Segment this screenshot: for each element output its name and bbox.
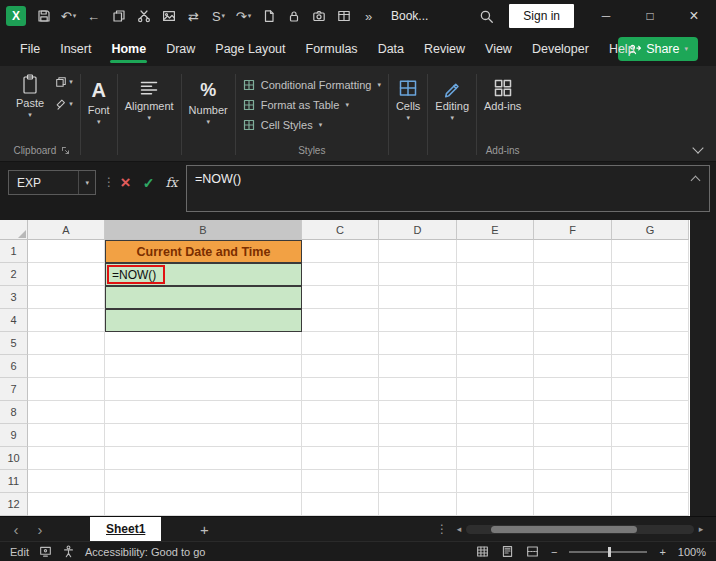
name-box[interactable]: EXP ▾ (8, 170, 96, 195)
menu-tab-file[interactable]: File (10, 32, 50, 66)
cell-C3[interactable] (302, 286, 379, 309)
styles-item-format-as-table[interactable]: Format as Table▾ (243, 99, 349, 111)
cell-F8[interactable] (534, 401, 612, 424)
copy-small-button[interactable]: ▾ (55, 76, 73, 88)
accessibility-checker-button[interactable] (62, 545, 75, 558)
swap-button[interactable]: ⇄ (181, 3, 206, 29)
cell-F7[interactable] (534, 378, 612, 401)
sheet-tab-sheet1[interactable]: Sheet1 (90, 517, 161, 542)
sheet-nav-left-icon[interactable]: ‹ (4, 517, 28, 542)
cell-G10[interactable] (612, 447, 689, 470)
row-header-3[interactable]: 3 (0, 286, 28, 309)
cell-G3[interactable] (612, 286, 689, 309)
cell-C5[interactable] (302, 332, 379, 355)
page-layout-view-button[interactable] (501, 545, 514, 558)
cell-B6[interactable] (105, 355, 302, 378)
cell-A11[interactable] (28, 470, 105, 493)
zoom-out-button[interactable]: − (551, 546, 557, 558)
cell-A7[interactable] (28, 378, 105, 401)
cell-A1[interactable] (28, 240, 105, 263)
cell-F11[interactable] (534, 470, 612, 493)
back-button[interactable]: ← (81, 3, 106, 29)
menu-tab-developer[interactable]: Developer (522, 32, 599, 66)
cell-D7[interactable] (379, 378, 457, 401)
cell-G6[interactable] (612, 355, 689, 378)
cell-C1[interactable] (302, 240, 379, 263)
paste-button[interactable]: Paste ▾ (11, 70, 49, 119)
toolbar-overflow-button[interactable]: » (356, 3, 381, 29)
cell-A8[interactable] (28, 401, 105, 424)
row-header-1[interactable]: 1 (0, 240, 28, 263)
cell-B7[interactable] (105, 378, 302, 401)
zoom-in-button[interactable]: + (659, 546, 665, 558)
formula-input[interactable]: =NOW() (186, 165, 710, 212)
name-box-caret-icon[interactable]: ▾ (78, 171, 95, 194)
cell-C2[interactable] (302, 263, 379, 286)
col-header-C[interactable]: C (302, 220, 379, 240)
cell-A2[interactable] (28, 263, 105, 286)
horizontal-scrollbar[interactable]: ◂ ▸ (452, 524, 708, 534)
cell-D12[interactable] (379, 493, 457, 516)
row-header-5[interactable]: 5 (0, 332, 28, 355)
cell-F10[interactable] (534, 447, 612, 470)
sheet-bar-menu-icon[interactable]: ⋮ (432, 522, 452, 536)
cell-D5[interactable] (379, 332, 457, 355)
cell-E5[interactable] (457, 332, 534, 355)
cell-C11[interactable] (302, 470, 379, 493)
menu-tab-help[interactable]: Help (599, 32, 645, 66)
cell-E4[interactable] (457, 309, 534, 332)
cell-D10[interactable] (379, 447, 457, 470)
cell-B12[interactable] (105, 493, 302, 516)
cell-F4[interactable] (534, 309, 612, 332)
table-button[interactable] (331, 3, 356, 29)
cell-C4[interactable] (302, 309, 379, 332)
cell-F9[interactable] (534, 424, 612, 447)
insert-function-button[interactable]: fx (161, 170, 182, 195)
cell-E2[interactable] (457, 263, 534, 286)
menu-tab-review[interactable]: Review (414, 32, 475, 66)
cell-G5[interactable] (612, 332, 689, 355)
format-painter-button[interactable]: ▾ (55, 98, 73, 110)
cell-B5[interactable] (105, 332, 302, 355)
scrollbar-thumb[interactable] (491, 526, 637, 533)
cell-A3[interactable] (28, 286, 105, 309)
cell-G1[interactable] (612, 240, 689, 263)
cut-button[interactable] (131, 3, 156, 29)
picture-button[interactable] (156, 3, 181, 29)
save-button[interactable] (31, 3, 56, 29)
clipboard-dialog-launcher-icon[interactable] (61, 146, 70, 155)
cell-B4[interactable] (105, 309, 302, 332)
cell-B10[interactable] (105, 447, 302, 470)
cell-A12[interactable] (28, 493, 105, 516)
font-button[interactable]: A Font ▾ (88, 70, 110, 126)
cell-D8[interactable] (379, 401, 457, 424)
add-sheet-button[interactable]: + (193, 521, 215, 538)
search-button[interactable] (474, 3, 499, 29)
row-header-11[interactable]: 11 (0, 470, 28, 493)
cell-D1[interactable] (379, 240, 457, 263)
cell-B11[interactable] (105, 470, 302, 493)
cell-G7[interactable] (612, 378, 689, 401)
alignment-button[interactable]: Alignment ▾ (125, 70, 174, 122)
minimize-button[interactable]: ─ (584, 0, 628, 32)
row-header-4[interactable]: 4 (0, 309, 28, 332)
collapse-ribbon-icon[interactable] (692, 142, 703, 153)
cell-D11[interactable] (379, 470, 457, 493)
cell-E1[interactable] (457, 240, 534, 263)
cell-B1[interactable]: Current Date and Time (105, 240, 302, 263)
addins-button[interactable]: Add-ins (484, 70, 521, 112)
cell-C9[interactable] (302, 424, 379, 447)
cell-A5[interactable] (28, 332, 105, 355)
menu-tab-formulas[interactable]: Formulas (296, 32, 368, 66)
cell-F5[interactable] (534, 332, 612, 355)
row-header-12[interactable]: 12 (0, 493, 28, 516)
cell-B3[interactable] (105, 286, 302, 309)
cell-E3[interactable] (457, 286, 534, 309)
number-button[interactable]: % Number ▾ (189, 70, 228, 126)
cell-E10[interactable] (457, 447, 534, 470)
cell-F3[interactable] (534, 286, 612, 309)
row-header-8[interactable]: 8 (0, 401, 28, 424)
col-header-E[interactable]: E (457, 220, 534, 240)
cell-D3[interactable] (379, 286, 457, 309)
copy-button[interactable] (106, 3, 131, 29)
